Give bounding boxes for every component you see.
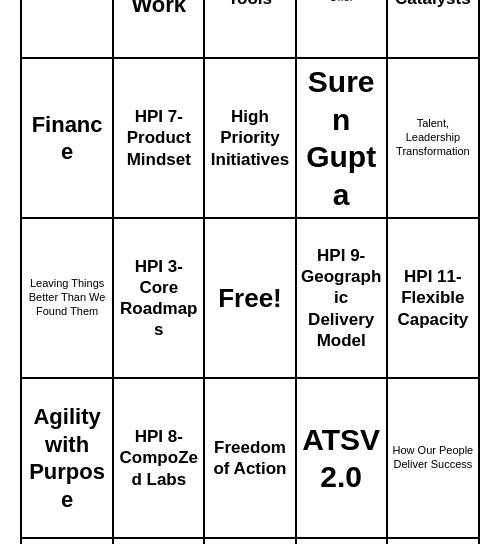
bingo-cell-18: ATSV 2.0 <box>296 378 387 538</box>
bingo-cell-5: Finance <box>22 58 113 218</box>
bingo-cell-15: Agility with Purpose <box>22 378 113 538</box>
bingo-cell-20: HPI 1- Seamless Experience <box>22 538 113 544</box>
bingo-cell-23: Business Model Transformation <box>296 538 387 544</box>
bingo-cell-text-11: HPI 3- Core Roadmaps <box>118 256 199 341</box>
bingo-cell-text-14: HPI 11- Flexible Capacity <box>392 266 474 330</box>
bingo-cell-12: Free! <box>204 218 295 378</box>
bingo-cell-22: Technology Transformation <box>204 538 295 544</box>
bingo-cell-text-16: HPI 8- CompoZed Labs <box>118 426 199 490</box>
bingo-cell-1: How We Work <box>113 0 204 58</box>
bingo-cell-text-6: HPI 7- Product Mindset <box>118 106 199 170</box>
bingo-cell-8: Suren Gupta <box>296 58 387 218</box>
bingo-cell-13: HPI 9- Geographic Delivery Model <box>296 218 387 378</box>
bingo-cell-2: HPI 6- Common Tools <box>204 0 295 58</box>
bingo-cell-text-15: Agility with Purpose <box>26 403 108 513</box>
bingo-cell-6: HPI 7- Product Mindset <box>113 58 204 218</box>
bingo-cell-text-7: High Priority Initiatives <box>209 106 290 170</box>
bingo-cell-text-5: Finance <box>26 111 108 166</box>
bingo-cell-text-13: HPI 9- Geographic Delivery Model <box>301 245 382 351</box>
bingo-cell-3: What Enhanced and New Capabilities We Of… <box>296 0 387 58</box>
bingo-cell-21: HPI 10- Culture <box>113 538 204 544</box>
bingo-cell-text-3: What Enhanced and New Capabilities We Of… <box>301 0 382 5</box>
bingo-cell-4: Being Change Catalysts <box>387 0 478 58</box>
bingo-cell-24: HPI 12- People Strategy <box>387 538 478 544</box>
bingo-cell-text-18: ATSV 2.0 <box>301 421 382 496</box>
bingo-cell-14: HPI 11- Flexible Capacity <box>387 218 478 378</box>
bingo-cell-text-12: Free! <box>218 282 282 315</box>
bingo-cell-17: Freedom of Action <box>204 378 295 538</box>
bingo-cell-text-19: How Our People Deliver Success <box>392 444 474 472</box>
bingo-grid: HPI 5- Infrastructure StrategyHow We Wor… <box>22 0 478 544</box>
bingo-card: BINGO HPI 5- Infrastructure StrategyHow … <box>20 0 480 544</box>
bingo-cell-0: HPI 5- Infrastructure Strategy <box>22 0 113 58</box>
bingo-cell-10: Leaving Things Better Than We Found Them <box>22 218 113 378</box>
bingo-cell-19: How Our People Deliver Success <box>387 378 478 538</box>
bingo-cell-text-17: Freedom of Action <box>209 437 290 480</box>
bingo-cell-text-9: Talent, Leadership Transformation <box>392 117 474 158</box>
bingo-cell-9: Talent, Leadership Transformation <box>387 58 478 218</box>
bingo-cell-text-10: Leaving Things Better Than We Found Them <box>26 277 108 318</box>
bingo-cell-text-2: HPI 6- Common Tools <box>209 0 290 9</box>
bingo-cell-11: HPI 3- Core Roadmaps <box>113 218 204 378</box>
bingo-cell-7: High Priority Initiatives <box>204 58 295 218</box>
bingo-cell-text-8: Suren Gupta <box>301 63 382 213</box>
bingo-cell-text-1: How We Work <box>118 0 199 19</box>
bingo-cell-16: HPI 8- CompoZed Labs <box>113 378 204 538</box>
bingo-cell-text-4: Being Change Catalysts <box>392 0 474 9</box>
